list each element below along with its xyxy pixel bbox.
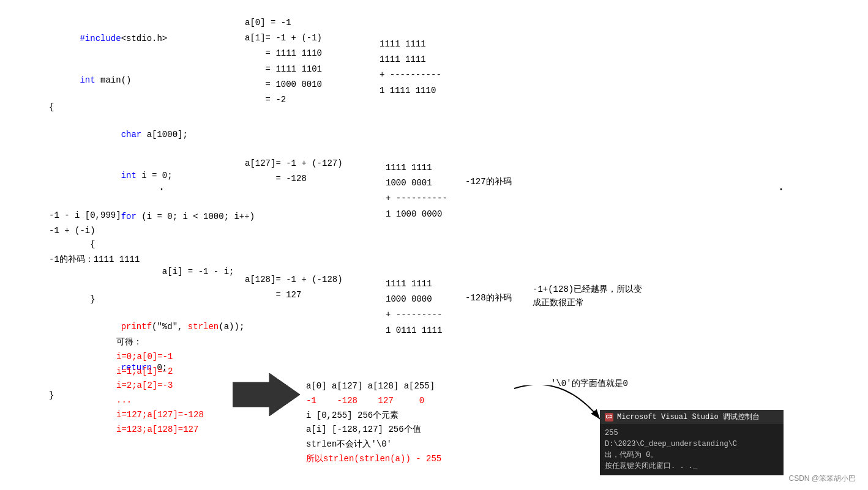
printf-func: printf	[121, 322, 152, 332]
console-title-bar: C# Microsoft Visual Studio 调试控制台	[600, 410, 784, 424]
label-128-text: -128的补码	[465, 293, 512, 303]
for-keyword: for	[121, 212, 137, 221]
code-line-1: #include<stdio.h>	[49, 18, 255, 59]
code-line-5: int i = 0;	[49, 155, 255, 196]
binary-127-l4: 1 1000 0000	[386, 207, 447, 222]
overflow-l1: -1+(128)已经越界，所以变	[533, 283, 642, 296]
math-127-l1: a[127]= -1 + (-127)	[245, 156, 343, 171]
console-body: 255 D:\2023\C_deep_understanding\C 出，代码为…	[600, 424, 784, 475]
curved-arrow-section	[514, 385, 612, 437]
code-line-4: char a[1000];	[49, 114, 255, 155]
code-line-3: {	[49, 100, 255, 114]
table-row1: -1 -128 127 0	[306, 394, 441, 409]
kede-l5: i=127;a[127]=-128	[116, 408, 204, 423]
kede-l6: i=123;a[128]=127	[116, 423, 204, 437]
binary-127-l3: + ----------	[386, 191, 447, 206]
binary-a1-section: 1111 1111 1111 1111 + ---------- 1 1111 …	[380, 37, 441, 98]
console-l4: 按任意键关闭此窗口. . ._	[605, 461, 779, 472]
code-line-9: }	[49, 292, 255, 306]
binary-127-section: 1111 1111 1000 0001 + ---------- 1 1000 …	[386, 160, 447, 222]
complement-section: -1的补码：1111 1111	[49, 254, 140, 265]
math-a1-line4: = 1111 1101	[245, 62, 322, 77]
code-line-2: int main()	[49, 59, 255, 100]
int-keyword: int	[80, 75, 95, 85]
kede-l4: ...	[116, 393, 204, 408]
binary-127-l2: 1000 0001	[386, 176, 447, 191]
table-row3: a[i] [-128,127] 256个值	[306, 423, 441, 437]
mid-left-l2: -1 + (-i)	[49, 223, 121, 239]
table-header: a[0] a[127] a[128] a[255]	[306, 379, 441, 394]
dot-mid: ·	[158, 182, 165, 196]
math-a128-section: a[128]= -1 + (-128) = 127	[245, 272, 343, 303]
label-127-text: -127的补码	[465, 177, 512, 187]
console-l1: 255	[605, 428, 779, 439]
dot-right: ·	[777, 182, 785, 196]
table-row2: i [0,255] 256个元素	[306, 409, 441, 423]
binary-128-section: 1111 1111 1000 0000 + --------- 1 0111 1…	[386, 277, 442, 338]
table-row4: strlen不会计入'\0'	[306, 437, 441, 452]
arrow-section	[233, 373, 300, 418]
main-func: main()	[95, 75, 132, 85]
table-section: a[0] a[127] a[128] a[255] -1 -128 127 0 …	[306, 379, 441, 467]
math-a127-section: a[127]= -1 + (-127) = -128	[245, 156, 343, 187]
csdn-watermark: CSDN @笨笨胡小巴	[788, 473, 856, 484]
overflow-note: -1+(128)已经越界，所以变 成正数很正常	[533, 283, 642, 310]
binary-128-l4: 1 0111 1111	[386, 323, 442, 338]
math-a1-line3: = 1111 1110	[245, 46, 322, 61]
strlen-func: strlen	[188, 322, 219, 332]
binary-a1-l2: 1111 1111	[380, 52, 441, 67]
curved-arrow-icon	[514, 385, 612, 434]
label-128: -128的补码	[465, 292, 512, 303]
include-keyword: #include	[80, 34, 121, 43]
int-keyword2: int	[121, 171, 137, 180]
main-page: #include<stdio.h> int main() { char a[10…	[0, 0, 868, 490]
binary-a1-l4: 1 1111 1110	[380, 83, 441, 98]
right-arrow-icon	[233, 373, 300, 416]
binary-a1-l1: 1111 1111	[380, 37, 441, 52]
binary-128-l2: 1000 0000	[386, 292, 442, 307]
math-a0-section: a[0] = -1 a[1]= -1 + (-1) = 1111 1110 = …	[245, 15, 322, 108]
math-a1-line5: = 1000 0010	[245, 77, 322, 92]
console-l2: D:\2023\C_deep_understanding\C	[605, 439, 779, 450]
kede-l1: i=0;a[0]=-1	[116, 350, 204, 365]
math-128-l2: = 127	[245, 288, 343, 303]
mid-left-section: -1 - i [0,999] -1 + (-i)	[49, 208, 121, 239]
console-title: Microsoft Visual Studio 调试控制台	[617, 412, 760, 422]
include-header: <stdio.h>	[121, 34, 168, 43]
binary-a1-l3: + ----------	[380, 67, 441, 83]
math-a1-line6: = -2	[245, 92, 322, 108]
code-line-7: {	[49, 237, 255, 251]
console-window: C# Microsoft Visual Studio 调试控制台 255 D:\…	[600, 410, 784, 475]
table-row5: 所以strlen(strlen(a)) - 255	[306, 452, 441, 467]
console-l3: 出，代码为 0。	[605, 450, 779, 461]
vs-icon: C#	[605, 413, 613, 421]
math-a1-line2: a[1]= -1 + (-1)	[245, 31, 322, 46]
char-keyword: char	[121, 130, 142, 139]
complement-label: -1的补码：1111 1111	[49, 254, 140, 265]
kede-l2: i=1;a[1]=-2	[116, 365, 204, 379]
kede-l3: i=2;a[2]=-3	[116, 379, 204, 393]
binary-128-l1: 1111 1111	[386, 277, 442, 292]
math-128-l1: a[128]= -1 + (-128)	[245, 272, 343, 288]
binary-127-l1: 1111 1111	[386, 160, 447, 176]
svg-marker-0	[233, 373, 300, 416]
mid-left-l1: -1 - i [0,999]	[49, 208, 121, 223]
math-127-l2: = -128	[245, 171, 343, 187]
math-a0-line1: a[0] = -1	[245, 15, 322, 31]
binary-128-l3: + ---------	[386, 307, 442, 322]
kede-title: 可得：	[116, 335, 204, 350]
overflow-l2: 成正数很正常	[533, 296, 642, 310]
label-127: -127的补码	[465, 176, 512, 187]
kede-section: 可得： i=0;a[0]=-1 i=1;a[1]=-2 i=2;a[2]=-3 …	[116, 335, 204, 437]
